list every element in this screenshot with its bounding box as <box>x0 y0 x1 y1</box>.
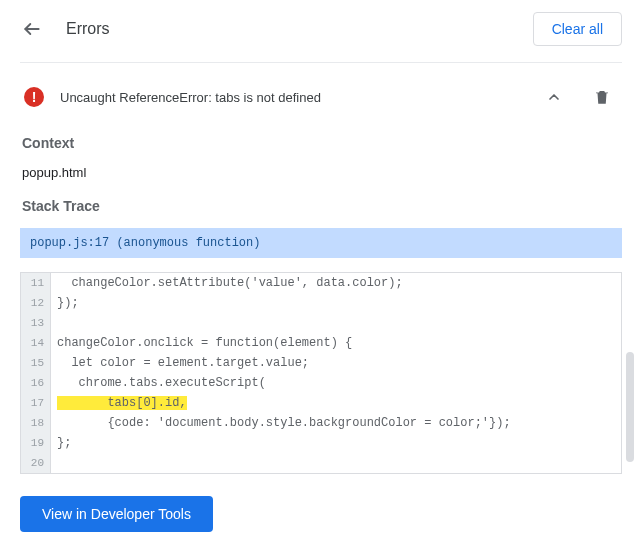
code-text: changeColor.setAttribute('value', data.c… <box>51 273 403 293</box>
code-text: chrome.tabs.executeScript( <box>51 373 266 393</box>
content-area: ! Uncaught ReferenceError: tabs is not d… <box>0 63 642 556</box>
code-text: }; <box>51 433 71 453</box>
error-icon: ! <box>24 87 44 107</box>
code-line: 18 {code: 'document.body.style.backgroun… <box>21 413 621 433</box>
code-text: tabs[0].id, <box>51 393 187 413</box>
code-line: 13 <box>21 313 621 333</box>
code-text <box>51 313 57 333</box>
code-line: 14changeColor.onclick = function(element… <box>21 333 621 353</box>
error-header-row: ! Uncaught ReferenceError: tabs is not d… <box>20 63 622 125</box>
code-block: 11 changeColor.setAttribute('value', dat… <box>20 272 622 474</box>
stack-frame[interactable]: popup.js:17 (anonymous function) <box>20 228 622 258</box>
line-number: 19 <box>21 433 51 453</box>
line-number: 15 <box>21 353 51 373</box>
header-bar: Errors Clear all <box>0 0 642 62</box>
stack-trace-heading: Stack Trace <box>22 198 620 214</box>
clear-all-button[interactable]: Clear all <box>533 12 622 46</box>
line-number: 18 <box>21 413 51 433</box>
line-number: 14 <box>21 333 51 353</box>
line-number: 20 <box>21 453 51 473</box>
code-container: 11 changeColor.setAttribute('value', dat… <box>20 272 622 474</box>
code-line: 17 tabs[0].id, <box>21 393 621 413</box>
code-line: 19}; <box>21 433 621 453</box>
page-title: Errors <box>66 20 110 38</box>
context-heading: Context <box>22 135 620 151</box>
code-text: }); <box>51 293 79 313</box>
line-number: 16 <box>21 373 51 393</box>
code-text: changeColor.onclick = function(element) … <box>51 333 352 353</box>
view-devtools-button[interactable]: View in Developer Tools <box>20 496 213 532</box>
collapse-chevron-up-icon[interactable] <box>542 85 566 109</box>
line-number: 13 <box>21 313 51 333</box>
code-text: {code: 'document.body.style.backgroundCo… <box>51 413 511 433</box>
code-line: 15 let color = element.target.value; <box>21 353 621 373</box>
code-line: 11 changeColor.setAttribute('value', dat… <box>21 273 621 293</box>
context-value: popup.html <box>22 165 620 180</box>
line-number: 17 <box>21 393 51 413</box>
line-number: 12 <box>21 293 51 313</box>
code-text: let color = element.target.value; <box>51 353 309 373</box>
delete-trash-icon[interactable] <box>590 85 614 109</box>
error-message: Uncaught ReferenceError: tabs is not def… <box>60 90 321 105</box>
line-number: 11 <box>21 273 51 293</box>
code-line: 16 chrome.tabs.executeScript( <box>21 373 621 393</box>
code-text <box>51 453 57 473</box>
code-line: 20 <box>21 453 621 473</box>
code-line: 12}); <box>21 293 621 313</box>
back-arrow-icon[interactable] <box>20 17 44 41</box>
scrollbar-thumb[interactable] <box>626 352 634 462</box>
